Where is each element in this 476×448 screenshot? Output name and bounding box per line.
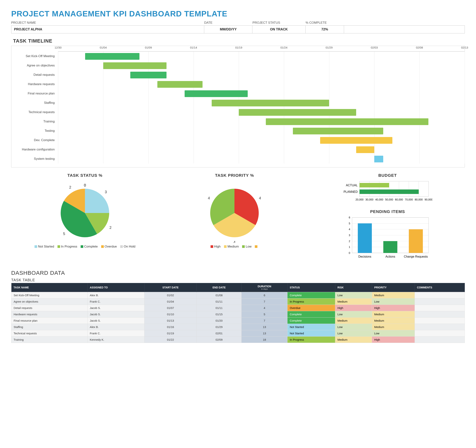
legend-item bbox=[255, 245, 258, 249]
cell-start: 01/02 bbox=[144, 292, 197, 299]
gantt-row-label: Testing bbox=[11, 129, 58, 133]
cell-priority: Medium bbox=[372, 318, 415, 324]
cell-status: Complete bbox=[288, 311, 335, 318]
cell-start: 01/13 bbox=[144, 318, 197, 324]
pending-bar bbox=[409, 229, 423, 253]
budget-svg: ACTUALPLANNED20,00030,00040,00050,00060,… bbox=[343, 179, 432, 205]
chart-budget: BUDGET ACTUALPLANNED20,00030,00040,00050… bbox=[310, 173, 465, 205]
cell-risk: Low bbox=[335, 292, 372, 299]
pie-label: 2 bbox=[69, 185, 71, 189]
budget-tick: 80,000 bbox=[415, 198, 423, 201]
cell-start: 01/07 bbox=[144, 305, 197, 311]
cell-priority: Medium bbox=[372, 324, 415, 330]
pending-ytick: 1 bbox=[349, 245, 350, 249]
cell-comments bbox=[415, 299, 465, 305]
budget-bar bbox=[360, 183, 389, 187]
cell-status: In Progress bbox=[288, 337, 335, 343]
table-row: Final resource planJacob S.01/1301/207Co… bbox=[11, 318, 465, 324]
cell-status: Complete bbox=[288, 292, 335, 299]
cell-end: 02/01 bbox=[197, 330, 242, 337]
cell-comments bbox=[415, 330, 465, 337]
pie-priority-svg: 444 bbox=[199, 179, 270, 243]
cell-comments bbox=[415, 311, 465, 318]
pending-ytick: 0 bbox=[349, 251, 350, 255]
cell-priority: High bbox=[372, 305, 415, 311]
pending-ytick: 6 bbox=[349, 216, 350, 219]
task-table: TASK NAME ASSIGNED TO START DATE END DAT… bbox=[11, 283, 465, 343]
cell-end: 01/11 bbox=[197, 299, 242, 305]
gantt-track bbox=[58, 79, 465, 89]
th-priority: PRIORITY bbox=[372, 283, 415, 292]
cell-status: Not Started bbox=[288, 330, 335, 337]
gantt-tick: 02/13 bbox=[461, 46, 468, 51]
cell-end: 01/08 bbox=[197, 292, 242, 299]
page-title: PROJECT MANAGEMENT KPI DASHBOARD TEMPLAT… bbox=[11, 9, 465, 18]
pending-bar bbox=[383, 241, 397, 253]
chart-pending: PENDING ITEMS 0123456DecisionsActionsCha… bbox=[310, 209, 465, 262]
pie-label: 5 bbox=[63, 232, 65, 236]
cell-risk: Medium bbox=[335, 318, 372, 324]
gantt-row-label: Staffing bbox=[11, 101, 58, 105]
legend-item: High bbox=[210, 245, 221, 249]
gantt-track bbox=[58, 51, 465, 61]
gantt-track bbox=[58, 61, 465, 70]
cell-name: Training bbox=[11, 337, 88, 343]
chart-title-budget: BUDGET bbox=[310, 173, 465, 178]
pie-label: 0 bbox=[84, 183, 86, 187]
budget-tick: 90,000 bbox=[425, 198, 432, 201]
cell-duration: 18 bbox=[242, 337, 288, 343]
cell-risk: Medium bbox=[335, 299, 372, 305]
cell-comments bbox=[415, 318, 465, 324]
gantt-track bbox=[58, 98, 465, 108]
cell-end: 01/11 bbox=[197, 305, 242, 311]
table-row: Set Kick-Off MeetingAlex B.01/0201/086Co… bbox=[11, 292, 465, 299]
cell-status: Complete bbox=[288, 318, 335, 324]
gantt-track bbox=[58, 136, 465, 145]
cell-comments bbox=[415, 337, 465, 343]
legend-item: Not Started bbox=[34, 245, 54, 249]
value-project-name: PROJECT ALPHA bbox=[11, 26, 204, 33]
gantt-row-label: Training bbox=[11, 120, 58, 123]
gantt-tick: 01/14 bbox=[190, 46, 197, 51]
th-assigned: ASSIGNED TO bbox=[87, 283, 144, 292]
gantt-tick: 02/03 bbox=[371, 46, 378, 51]
gantt-bar bbox=[85, 53, 139, 60]
cell-comments bbox=[415, 292, 465, 299]
pending-ytick: 5 bbox=[349, 222, 350, 225]
th-comments: COMMENTS bbox=[415, 283, 465, 292]
gantt-row: Technical requests bbox=[11, 108, 465, 117]
chart-title-priority: TASK PRIORITY % bbox=[164, 173, 305, 178]
label-date: DATE bbox=[204, 21, 253, 25]
th-risk: RISK bbox=[335, 283, 372, 292]
th-status: STATUS bbox=[288, 283, 335, 292]
cell-end: 01/15 bbox=[197, 311, 242, 318]
gantt-row: Testing bbox=[11, 126, 465, 136]
gantt-row: Dev. Complete bbox=[11, 136, 465, 145]
cell-comments bbox=[415, 324, 465, 330]
gantt-bar bbox=[103, 62, 166, 69]
chart-task-priority: TASK PRIORITY % 444 HighMediumLow bbox=[164, 173, 305, 262]
gantt-tick: 12/30 bbox=[55, 46, 62, 51]
cell-assigned: Alex B. bbox=[87, 324, 144, 330]
budget-tick: 30,000 bbox=[365, 198, 374, 201]
cell-duration: 5 bbox=[242, 311, 288, 318]
cell-priority: Low bbox=[372, 330, 415, 337]
cell-risk: Low bbox=[335, 324, 372, 330]
pending-cat-label: Decisions bbox=[358, 255, 371, 258]
gantt-track bbox=[58, 108, 465, 117]
cell-duration: 6 bbox=[242, 292, 288, 299]
gantt-tick: 02/08 bbox=[416, 46, 423, 51]
cell-assigned: Jacob S. bbox=[87, 318, 144, 324]
cell-start: 01/10 bbox=[144, 311, 197, 318]
gantt-row: System testing bbox=[11, 154, 465, 164]
gantt-bar bbox=[356, 146, 374, 153]
gantt-row: Agree on objectives bbox=[11, 61, 465, 70]
section-timeline: TASK TIMELINE bbox=[13, 38, 465, 44]
cell-name: Staffing bbox=[11, 324, 88, 330]
budget-row-label: PLANNED bbox=[344, 190, 358, 193]
gantt-row: Hardware requests bbox=[11, 79, 465, 89]
label-pct: % COMPLETE bbox=[306, 21, 344, 25]
cell-duration: 13 bbox=[242, 330, 288, 337]
budget-tick: 60,000 bbox=[395, 198, 403, 201]
th-start: START DATE bbox=[144, 283, 197, 292]
